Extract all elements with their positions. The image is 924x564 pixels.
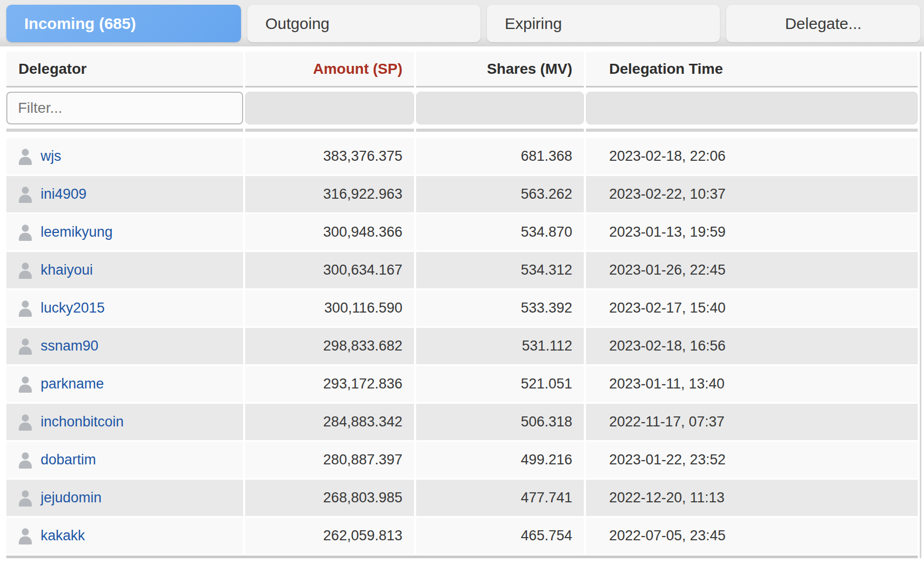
tab-expiring[interactable]: Expiring (487, 5, 720, 42)
delegator-link[interactable]: ssnam90 (41, 338, 99, 354)
delegator-cell: ssnam90 (6, 328, 243, 364)
delegation-time-cell: 2023-02-17, 15:40 (586, 290, 918, 326)
delegation-time-cell: 2022-11-17, 07:37 (586, 404, 918, 440)
delegation-time-cell: 2022-07-05, 23:45 (586, 518, 918, 554)
delegator-cell: parkname (6, 366, 243, 402)
table-row: jejudomin 268,803.985 477.741 2022-12-20… (6, 480, 918, 516)
shares-mv-cell: 531.112 (416, 328, 584, 364)
amount-sp-cell: 300,116.590 (245, 290, 414, 326)
shares-mv-cell: 563.262 (416, 176, 584, 212)
amount-sp-cell: 268,803.985 (245, 480, 414, 516)
column-header-delegator[interactable]: Delegator (6, 52, 243, 87)
table-row: wjs 383,376.375 681.368 2023-02-18, 22:0… (6, 138, 918, 174)
user-icon (17, 527, 34, 545)
tab-delegate[interactable]: Delegate... (726, 5, 920, 42)
delegator-link[interactable]: parkname (41, 376, 104, 392)
delegator-cell: wjs (6, 138, 243, 174)
table-row: parkname 293,172.836 521.051 2023-01-11,… (6, 366, 918, 402)
user-icon (17, 413, 34, 431)
tab-delegate-label: Delegate... (785, 15, 861, 33)
delegator-cell: kakakk (6, 518, 243, 554)
user-icon (17, 148, 34, 166)
amount-sp-cell: 298,833.682 (245, 328, 414, 364)
user-icon (17, 337, 34, 355)
filter-row (6, 87, 918, 132)
user-icon (17, 186, 34, 203)
delegator-cell: leemikyung (6, 214, 243, 250)
filter-cell-time (586, 87, 918, 132)
delegator-cell: jejudomin (6, 480, 243, 516)
delegation-time-cell: 2023-01-26, 22:45 (586, 252, 918, 288)
delegation-time-cell: 2023-01-11, 13:40 (586, 366, 918, 402)
delegator-link[interactable]: lucky2015 (41, 300, 105, 316)
column-header-amount-sp[interactable]: Amount (SP) (245, 52, 414, 87)
tab-outgoing[interactable]: Outgoing (247, 5, 480, 42)
shares-mv-cell: 521.051 (416, 366, 584, 402)
shares-mv-cell: 465.754 (416, 518, 584, 554)
user-icon (17, 223, 34, 241)
delegation-time-cell: 2023-01-22, 23:52 (586, 442, 918, 478)
delegator-link[interactable]: ini4909 (41, 186, 86, 202)
table-row: leemikyung 300,948.366 534.870 2023-01-1… (6, 214, 918, 250)
amount-sp-cell: 293,172.836 (245, 366, 414, 402)
tab-incoming[interactable]: Incoming (685) (6, 5, 241, 42)
tab-incoming-label: Incoming (685) (24, 15, 136, 33)
table-row: dobartim 280,887.397 499.216 2023-01-22,… (6, 442, 918, 478)
delegation-time-cell: 2022-12-20, 11:13 (586, 480, 918, 516)
user-icon (17, 375, 34, 393)
delegator-link[interactable]: wjs (41, 148, 61, 164)
delegator-link[interactable]: kakakk (41, 528, 85, 544)
amount-sp-cell: 280,887.397 (245, 442, 414, 478)
tab-strip: Incoming (685) Outgoing Expiring Delegat… (0, 0, 924, 46)
amount-sp-cell: 316,922.963 (245, 176, 414, 212)
delegator-link[interactable]: dobartim (41, 452, 96, 468)
delegator-link[interactable]: leemikyung (41, 224, 113, 240)
table-body: wjs 383,376.375 681.368 2023-02-18, 22:0… (6, 138, 918, 554)
amount-sp-cell: 300,634.167 (245, 252, 414, 288)
column-header-shares-mv[interactable]: Shares (MV) (416, 52, 584, 87)
amount-sp-cell: 300,948.366 (245, 214, 414, 250)
delegator-link[interactable]: inchonbitcoin (41, 414, 124, 430)
delegator-cell: inchonbitcoin (6, 404, 243, 440)
delegator-cell: lucky2015 (6, 290, 243, 326)
tab-outgoing-label: Outgoing (265, 15, 330, 33)
user-icon (17, 299, 34, 317)
user-icon (17, 451, 34, 469)
delegator-link[interactable]: khaiyoui (41, 262, 93, 278)
delegation-time-cell: 2023-02-18, 22:06 (586, 138, 918, 174)
shares-mv-cell: 681.368 (416, 138, 584, 174)
table-row: khaiyoui 300,634.167 534.312 2023-01-26,… (6, 252, 918, 288)
shares-mv-cell: 533.392 (416, 290, 584, 326)
filter-cell-amount (245, 87, 414, 132)
filter-disabled-box (586, 92, 918, 124)
table-row: ini4909 316,922.963 563.262 2023-02-22, … (6, 176, 918, 212)
amount-sp-cell: 284,883.342 (245, 404, 414, 440)
shares-mv-cell: 499.216 (416, 442, 584, 478)
delegator-cell: dobartim (6, 442, 243, 478)
table-header-row: Delegator Amount (SP) Shares (MV) Delega… (6, 52, 918, 87)
delegation-time-cell: 2023-02-22, 10:37 (586, 176, 918, 212)
delegator-filter-input[interactable] (6, 92, 243, 124)
table-bottom-divider (6, 556, 918, 558)
delegator-cell: ini4909 (6, 176, 243, 212)
column-header-delegation-time[interactable]: Delegation Time (586, 52, 918, 87)
delegator-link[interactable]: jejudomin (41, 490, 102, 506)
table-row: inchonbitcoin 284,883.342 506.318 2022-1… (6, 404, 918, 440)
user-icon (17, 261, 34, 279)
filter-cell-delegator (6, 87, 243, 132)
filter-disabled-box (416, 92, 584, 124)
scrollbar-track[interactable] (920, 52, 921, 558)
delegator-cell: khaiyoui (6, 252, 243, 288)
shares-mv-cell: 534.870 (416, 214, 584, 250)
amount-sp-cell: 262,059.813 (245, 518, 414, 554)
filter-cell-shares (416, 87, 584, 132)
amount-sp-cell: 383,376.375 (245, 138, 414, 174)
table-row: kakakk 262,059.813 465.754 2022-07-05, 2… (6, 518, 918, 554)
filter-disabled-box (245, 92, 414, 124)
delegations-table: Delegator Amount (SP) Shares (MV) Delega… (6, 52, 918, 558)
delegation-time-cell: 2023-02-18, 16:56 (586, 328, 918, 364)
tab-expiring-label: Expiring (505, 15, 562, 33)
table-row: ssnam90 298,833.682 531.112 2023-02-18, … (6, 328, 918, 364)
delegation-time-cell: 2023-01-13, 19:59 (586, 214, 918, 250)
shares-mv-cell: 506.318 (416, 404, 584, 440)
